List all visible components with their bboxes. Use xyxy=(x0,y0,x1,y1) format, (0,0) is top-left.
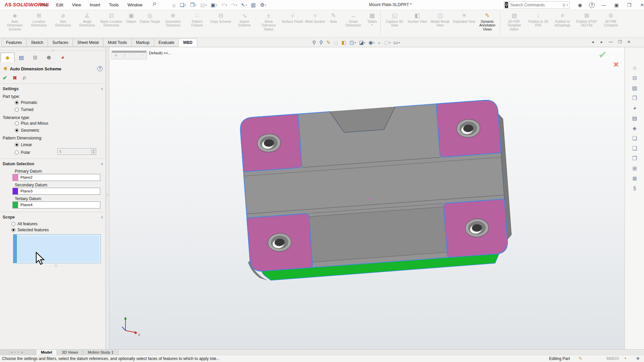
open-file-icon[interactable]: ❐▾ xyxy=(189,1,198,9)
command-tab[interactable]: Surfaces xyxy=(48,39,72,47)
radio-button[interactable] xyxy=(15,108,19,112)
command-tab[interactable]: Features xyxy=(1,39,26,47)
pattern-icon[interactable]: ∷ xyxy=(141,53,144,58)
command-tab[interactable]: Evaluate xyxy=(154,39,179,47)
command-tab[interactable]: Sheet Metal xyxy=(72,39,103,47)
radio-option[interactable]: Linear xyxy=(15,142,32,147)
spinner-arrows-icon[interactable]: ▲▼ xyxy=(91,148,96,155)
confirm-cancel-icon[interactable]: ✖ xyxy=(613,61,619,69)
panel-bottom-grip[interactable] xyxy=(55,264,57,267)
radio-button[interactable] xyxy=(15,150,19,155)
ribbon-button[interactable]: ✎ Note xyxy=(326,11,341,36)
section-view-icon[interactable]: ◧ xyxy=(340,39,347,46)
radio-button[interactable] xyxy=(15,143,19,147)
extrude-icon[interactable]: ▯ xyxy=(123,53,125,58)
collapse-icon[interactable]: ∧ xyxy=(101,162,103,166)
radio-button[interactable] xyxy=(11,222,15,226)
custom-properties-icon[interactable]: ▤ xyxy=(628,115,641,124)
revolve-icon[interactable]: ⌒ xyxy=(131,53,135,58)
collapse-icon[interactable]: ∧ xyxy=(101,86,103,91)
search-input[interactable] xyxy=(510,3,562,7)
attachments-icon[interactable]: § xyxy=(628,185,641,194)
ribbon-button[interactable]: ⊕ Geometric Tolerance xyxy=(161,11,185,36)
ribbon-button[interactable]: ⊟ Copy Scheme xyxy=(209,11,232,36)
document-tab[interactable]: Motion Study 1 xyxy=(83,350,119,355)
doc-next-icon[interactable]: ▸ xyxy=(599,40,605,44)
addin-tab-3-icon[interactable]: ❒ xyxy=(628,155,641,164)
undo-icon[interactable]: ↶▾ xyxy=(220,1,228,9)
doc-restore-icon[interactable]: ❐ xyxy=(617,40,623,44)
ribbon-button[interactable]: ⊡ Basic Location Dimension xyxy=(99,11,123,36)
ribbon-button[interactable]: ≡ Publish to eDrawings xyxy=(550,11,575,36)
tab-configuration-manager[interactable]: ⊞ xyxy=(28,53,42,62)
ribbon-button[interactable]: ◈ Auto Dimension Scheme xyxy=(3,11,27,36)
home-icon[interactable]: ⌂ xyxy=(171,1,177,9)
addin-tab-5-icon[interactable]: ⊠ xyxy=(628,175,641,184)
document-tab[interactable]: 3D Views xyxy=(57,350,83,355)
pin-menu-icon[interactable]: ⚲ xyxy=(151,1,157,7)
mount-plate-model[interactable]: x xyxy=(109,47,625,349)
ribbon-button[interactable]: ✳ Exploded View xyxy=(452,11,476,36)
restore-icon[interactable]: ❐ xyxy=(626,2,633,8)
search-commands-box[interactable]: ⚲ ⚲ ▾ xyxy=(504,1,570,9)
apply-scene-icon[interactable]: ▢▾ xyxy=(383,39,391,46)
radio-option[interactable]: Geometric xyxy=(15,128,39,133)
command-tab[interactable]: Mold Tools xyxy=(103,39,131,47)
primary-datum-field[interactable]: Plane2 xyxy=(12,174,100,181)
menu-item[interactable]: Insert xyxy=(86,0,105,10)
ribbon-button[interactable]: ✎ Dynamic Annotation Views xyxy=(476,11,500,36)
unit-system-label[interactable]: MMGS xyxy=(606,356,619,361)
radio-option[interactable]: Plus and Minus xyxy=(15,121,48,126)
search-icon[interactable]: ⚲ xyxy=(562,3,566,8)
panel-resize-grip[interactable] xyxy=(52,49,54,52)
tags-icon[interactable]: ❖ xyxy=(636,356,640,361)
menu-item[interactable]: File xyxy=(36,0,52,10)
panes-icon[interactable]: ▣ xyxy=(613,2,620,8)
edit-appearance-icon[interactable]: ● xyxy=(377,40,382,46)
solidworks-resources-icon[interactable]: ⌂ xyxy=(628,65,641,73)
user-account-icon[interactable]: ◉ xyxy=(576,2,584,8)
ribbon-button[interactable]: ⌀ Size Dimension xyxy=(51,11,75,36)
appearances-scenes-icon[interactable]: ◕ xyxy=(628,105,641,114)
ribbon-button[interactable]: ◱ Capture 3D View xyxy=(382,11,407,36)
new-file-icon[interactable]: ❏▾ xyxy=(178,1,187,9)
radio-option[interactable]: All features xyxy=(11,222,38,226)
ribbon-button[interactable]: ▤ 3D PDF Template Editor xyxy=(502,11,526,36)
polar-count-spinner[interactable]: 5 ▲▼ xyxy=(57,148,96,155)
design-library-icon[interactable]: ⊟ xyxy=(628,75,641,83)
command-tab[interactable]: Markup xyxy=(131,39,154,47)
addin-tab-1-icon[interactable]: ❏ xyxy=(628,135,641,144)
ribbon-button[interactable]: ◫ Model Break View xyxy=(428,11,452,36)
doc-minimize-icon[interactable]: — xyxy=(608,40,614,44)
ribbon-button[interactable]: ± Show Tolerance Status xyxy=(257,11,281,36)
selected-features-listbox[interactable] xyxy=(13,234,101,263)
collapse-icon[interactable]: ∧ xyxy=(101,215,103,220)
radio-option[interactable]: Prismatic xyxy=(15,100,37,105)
addin-tab-4-icon[interactable]: ⊞ xyxy=(628,165,641,174)
radio-button[interactable] xyxy=(15,101,19,105)
panel-splitter[interactable] xyxy=(106,47,109,349)
search-caret-icon[interactable]: ▾ xyxy=(567,4,568,7)
ribbon-button[interactable]: ◎ Datum Target xyxy=(139,11,161,36)
tertiary-datum-value[interactable]: Plane4 xyxy=(18,201,100,208)
tab-scroll-buttons[interactable]: «‹›» xyxy=(0,350,36,355)
minimize-icon[interactable]: — xyxy=(600,2,607,8)
ribbon-button[interactable]: ⊠ Publish STEP 242 File xyxy=(575,11,599,36)
radio-option[interactable]: Polar xyxy=(15,150,30,155)
settings-section-header[interactable]: Settings ∧ xyxy=(3,86,103,91)
tab-display-manager[interactable]: ◕ xyxy=(56,53,69,62)
sketch-icon[interactable]: ◈ xyxy=(115,53,117,58)
doc-close-icon[interactable]: ✕ xyxy=(626,40,632,44)
file-properties-icon[interactable]: ▥ xyxy=(250,1,257,9)
view-settings-icon[interactable]: ▭▾ xyxy=(392,39,401,46)
zoom-fit-icon[interactable]: ⚲ xyxy=(311,39,317,46)
help-icon[interactable]: ? xyxy=(97,66,103,71)
close-icon[interactable]: ✕ xyxy=(638,2,644,8)
radio-option[interactable]: Turned xyxy=(15,107,34,112)
tertiary-datum-field[interactable]: Plane4 xyxy=(12,201,100,208)
ribbon-button[interactable]: ▣ Datum xyxy=(123,11,139,36)
ribbon-button[interactable]: √ Surface Finish xyxy=(281,11,304,36)
confirm-ok-icon[interactable]: ✔ xyxy=(598,49,607,61)
ok-button[interactable]: ✔ xyxy=(3,75,7,81)
redo-icon[interactable]: ↷▾ xyxy=(230,1,238,9)
